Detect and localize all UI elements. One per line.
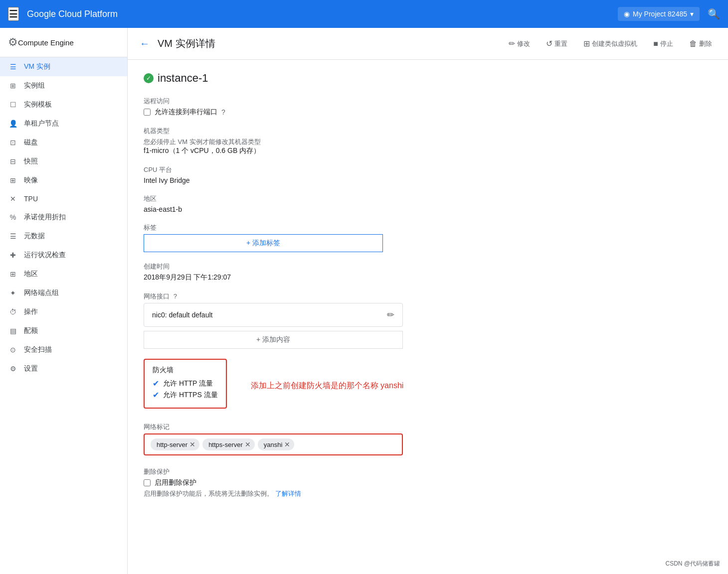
sidebar-item-label-images: 映像 <box>24 176 38 185</box>
network-tags-label: 网络标记 <box>144 423 560 431</box>
sidebar: ⚙ Compute Engine ☰VM 实例⊞实例组☐实例模板👤单租户节点⊡磁… <box>0 28 128 574</box>
delete-protection-checkbox-label: 启用删除保护 <box>155 478 196 487</box>
sidebar-item-label-health-checks: 运行状况检查 <box>24 251 66 260</box>
stop-icon: ■ <box>653 39 658 48</box>
network-endpoint-groups-icon: ✦ <box>8 289 18 297</box>
sole-tenant-nodes-icon: 👤 <box>8 120 18 128</box>
sidebar-item-quotas[interactable]: ▤配额 <box>0 321 127 340</box>
create-similar-button[interactable]: ⊞ 创建类似虚拟机 <box>579 36 641 51</box>
tags-label: 标签 <box>144 223 560 232</box>
nic-box: nic0: default default ✏ <box>144 303 403 327</box>
sidebar-item-label-disks: 磁盘 <box>24 138 38 147</box>
sidebar-item-snapshots[interactable]: ⊟快照 <box>0 152 127 171</box>
nic-edit-button[interactable]: ✏ <box>387 309 394 320</box>
sidebar-item-sole-tenant-nodes[interactable]: 👤单租户节点 <box>0 114 127 133</box>
sidebar-item-label-instance-groups: 实例组 <box>24 81 45 90</box>
instance-name: instance-1 <box>158 72 208 85</box>
tag-chip-label-http-server: http-server <box>157 441 187 448</box>
sidebar-item-label-security-scan: 安全扫描 <box>24 345 52 354</box>
remove-tag-http-server[interactable]: ✕ <box>189 440 195 448</box>
add-tag-button[interactable]: + 添加标签 <box>144 234 383 252</box>
sidebar-item-label-sole-tenant-nodes: 单租户节点 <box>24 119 59 128</box>
sidebar-item-label-snapshots: 快照 <box>24 157 38 166</box>
sidebar-item-label-metadata: 元数据 <box>24 232 45 241</box>
sidebar-item-security-scan[interactable]: ⊙安全扫描 <box>0 340 127 359</box>
tag-chip-yanshi: yanshi✕ <box>258 438 295 450</box>
quotas-icon: ▤ <box>8 327 18 335</box>
network-help-icon: ? <box>174 292 177 300</box>
serial-port-checkbox[interactable] <box>144 109 151 116</box>
reset-button[interactable]: ↺ 重置 <box>542 36 571 51</box>
remove-tag-yanshi[interactable]: ✕ <box>284 440 290 448</box>
brand-name: Google Cloud Platform <box>27 9 618 19</box>
dropdown-icon: ▾ <box>690 10 694 18</box>
metadata-icon: ☰ <box>8 232 18 240</box>
project-selector[interactable]: ◉ My Project 82485 ▾ <box>618 7 700 21</box>
remote-access-label: 远程访问 <box>144 97 560 106</box>
firewall-label: 防火墙 <box>153 366 218 375</box>
status-indicator <box>144 73 154 83</box>
add-content-label: + 添加内容 <box>256 335 290 344</box>
sidebar-item-images[interactable]: ⊞映像 <box>0 171 127 190</box>
project-name: My Project 82485 <box>633 10 687 18</box>
sidebar-item-label-committed-use: 承诺使用折扣 <box>24 213 66 222</box>
delete-protection-label: 删除保护 <box>144 467 560 476</box>
instance-groups-icon: ⊞ <box>8 82 18 90</box>
sidebar-item-zones[interactable]: ⊞地区 <box>0 265 127 284</box>
stop-button[interactable]: ■ 停止 <box>649 36 677 51</box>
sidebar-item-label-quotas: 配额 <box>24 326 38 335</box>
sidebar-item-vm-instances[interactable]: ☰VM 实例 <box>0 57 127 76</box>
add-content-button[interactable]: + 添加内容 <box>144 331 403 349</box>
add-tag-label: + 添加标签 <box>246 239 280 248</box>
delete-icon: 🗑 <box>689 39 697 48</box>
sidebar-item-committed-use[interactable]: %承诺使用折扣 <box>0 208 127 227</box>
hamburger-menu[interactable]: ☰ <box>8 7 19 21</box>
sidebar-item-instance-templates[interactable]: ☐实例模板 <box>0 95 127 114</box>
sidebar-item-label-network-endpoint-groups: 网络端点组 <box>24 288 59 297</box>
delete-protection-description: 启用删除保护功能后，系统将无法删除实例。 了解详情 <box>144 489 560 498</box>
cpu-platform-section: CPU 平台 Intel Ivy Bridge <box>144 165 560 184</box>
tpu-icon: ✕ <box>8 195 18 203</box>
sidebar-item-settings[interactable]: ⚙设置 <box>0 359 127 378</box>
firewall-section: 防火墙 ✔ 允许 HTTP 流量 ✔ 允许 HTTPS 流量 添加上之前创建防火… <box>144 359 560 413</box>
vm-instances-icon: ☰ <box>8 63 18 71</box>
https-firewall-row: ✔ 允许 HTTPS 流量 <box>153 390 218 400</box>
sidebar-item-network-endpoint-groups[interactable]: ✦网络端点组 <box>0 284 127 302</box>
reset-label: 重置 <box>554 39 567 48</box>
committed-use-icon: % <box>8 213 18 221</box>
delete-protection-row: 启用删除保护 <box>144 478 560 487</box>
tag-chip-label-https-server: https-server <box>208 441 243 448</box>
tag-chip-label-yanshi: yanshi <box>264 441 283 448</box>
search-button[interactable]: 🔍 <box>708 8 720 20</box>
zone-label: 地区 <box>144 194 560 203</box>
firewall-box: 防火墙 ✔ 允许 HTTP 流量 ✔ 允许 HTTPS 流量 <box>144 359 227 409</box>
back-button[interactable]: ← <box>140 38 150 49</box>
sidebar-item-disks[interactable]: ⊡磁盘 <box>0 133 127 152</box>
learn-more-link[interactable]: 了解详情 <box>275 490 301 497</box>
sidebar-item-operations[interactable]: ⏱操作 <box>0 302 127 321</box>
sidebar-item-instance-groups[interactable]: ⊞实例组 <box>0 76 127 95</box>
sidebar-item-health-checks[interactable]: ✚运行状况检查 <box>0 246 127 265</box>
delete-protection-checkbox[interactable] <box>144 479 151 486</box>
network-interface-label: 网络接口 ? <box>144 292 560 301</box>
delete-button[interactable]: 🗑 删除 <box>685 36 716 51</box>
sidebar-item-label-tpu: TPU <box>24 195 38 203</box>
https-firewall-label: 允许 HTTPS 流量 <box>163 391 218 400</box>
http-check-icon: ✔ <box>153 379 159 388</box>
compute-engine-icon: ⚙ <box>8 36 18 49</box>
edit-button[interactable]: ✏ 修改 <box>505 36 534 51</box>
main-layout: ⚙ Compute Engine ☰VM 实例⊞实例组☐实例模板👤单租户节点⊡磁… <box>0 28 728 574</box>
network-interface-section: 网络接口 ? nic0: default default ✏ + 添加内容 <box>144 292 560 349</box>
remove-tag-https-server[interactable]: ✕ <box>245 440 251 448</box>
sidebar-items: ☰VM 实例⊞实例组☐实例模板👤单租户节点⊡磁盘⊟快照⊞映像✕TPU%承诺使用折… <box>0 57 127 378</box>
serial-port-label: 允许连接到串行端口 <box>155 108 217 117</box>
sidebar-item-tpu[interactable]: ✕TPU <box>0 190 127 208</box>
serial-port-row: 允许连接到串行端口 ? <box>144 108 560 117</box>
create-similar-label: 创建类似虚拟机 <box>592 39 637 48</box>
remote-access-section: 远程访问 允许连接到串行端口 ? <box>144 97 560 117</box>
sidebar-item-label-instance-templates: 实例模板 <box>24 100 52 109</box>
sidebar-item-metadata[interactable]: ☰元数据 <box>0 227 127 246</box>
network-tags-input[interactable]: http-server✕https-server✕yanshi✕ <box>144 433 403 455</box>
created-at-section: 创建时间 2018年9月29日 下午1:29:07 <box>144 262 560 282</box>
machine-type-value: f1-micro（1 个 vCPU，0.6 GB 内存） <box>144 146 560 155</box>
